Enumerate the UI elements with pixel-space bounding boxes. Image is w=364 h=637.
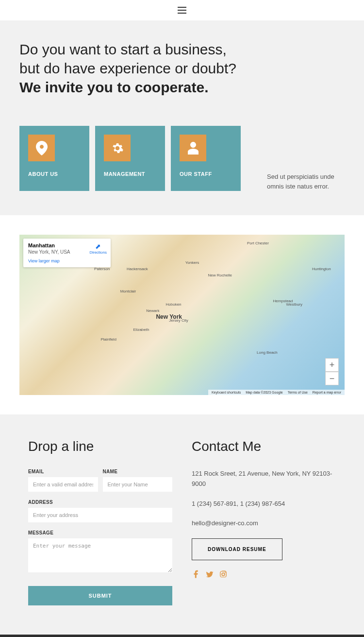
- map-place-label: Paterson: [94, 267, 110, 271]
- social-row: [192, 570, 336, 579]
- map-place-label: Port Chester: [247, 241, 269, 245]
- contact-phones: 1 (234) 567-891, 1 (234) 987-654: [192, 499, 336, 509]
- hamburger-menu-icon[interactable]: [178, 7, 186, 14]
- hero-line3: We invite you to cooperate.: [19, 79, 209, 95]
- download-resume-button[interactable]: DOWNLOAD RESUME: [192, 538, 282, 560]
- map-place-label: Hoboken: [166, 302, 182, 307]
- email-field[interactable]: [28, 477, 98, 492]
- map-terms[interactable]: Terms of Use: [286, 391, 309, 394]
- cards-row: ABOUT US MANAGEMENT OUR STAFF Sed ut per…: [19, 126, 345, 191]
- pin-icon: [28, 135, 55, 161]
- card-management[interactable]: MANAGEMENT: [95, 126, 165, 191]
- map-section: YonkersPatersonHackensackNew RochelleNew…: [0, 215, 364, 414]
- map-place-label: Huntington: [312, 267, 331, 271]
- email-label: EMAIL: [28, 469, 98, 474]
- side-text: Sed ut perspiciatis unde omnis iste natu…: [267, 126, 345, 191]
- map-center-label: New York: [156, 313, 182, 320]
- map-place-label: Montclair: [120, 289, 136, 293]
- zoom-in-button[interactable]: +: [325, 358, 339, 372]
- directions-label: Directions: [89, 250, 107, 255]
- map-directions[interactable]: ⬈ Directions: [89, 242, 107, 255]
- map-shortcuts[interactable]: Keyboard shortcuts: [210, 391, 242, 394]
- facebook-icon[interactable]: [192, 570, 200, 579]
- card-about-us[interactable]: ABOUT US: [19, 126, 89, 191]
- card-label: MANAGEMENT: [104, 171, 156, 177]
- zoom-out-button[interactable]: −: [325, 372, 339, 385]
- map-place-label: Elizabeth: [133, 327, 149, 332]
- twitter-icon[interactable]: [205, 570, 214, 579]
- map-place-label: Plainfield: [101, 337, 116, 342]
- contact-section: Drop a line EMAIL NAME ADDRESS MESSAGE S…: [0, 414, 364, 635]
- map-footer: Keyboard shortcuts Map data ©2023 Google…: [208, 390, 345, 395]
- header: [0, 0, 364, 20]
- person-icon: [180, 135, 206, 161]
- name-label: NAME: [103, 469, 173, 474]
- map-info-box: Manhattan New York, NY, USA View larger …: [23, 239, 111, 267]
- card-label: ABOUT US: [28, 171, 81, 177]
- form-title: Drop a line: [28, 439, 172, 454]
- card-label: OUR STAFF: [180, 171, 232, 177]
- map-place-label: Hackensack: [127, 267, 148, 271]
- map-data: Map data ©2023 Google: [244, 391, 284, 394]
- hero-title: Do you want to start a business, but do …: [19, 40, 345, 97]
- contact-title: Contact Me: [192, 439, 336, 454]
- name-field[interactable]: [103, 477, 173, 492]
- map-place-label: Newark: [146, 309, 159, 313]
- submit-button[interactable]: SUBMIT: [28, 586, 172, 605]
- hero-line2: but do have experience or doubt?: [19, 60, 236, 76]
- footer: Sample text. Click to select the Text El…: [0, 635, 364, 637]
- hero-section: Do you want to start a business, but do …: [0, 20, 364, 215]
- map-report[interactable]: Report a map error: [311, 391, 343, 394]
- gear-icon: [104, 135, 131, 161]
- contact-email: hello@designer-co.com: [192, 518, 336, 529]
- map-zoom-controls: + −: [325, 358, 339, 385]
- instagram-icon[interactable]: [219, 570, 228, 579]
- address-label: ADDRESS: [28, 499, 172, 505]
- map-place-label: Yonkers: [185, 260, 199, 265]
- address-field[interactable]: [28, 508, 172, 522]
- map-place-label: Long Beach: [257, 350, 278, 355]
- map-place-label: New Rochelle: [208, 273, 232, 277]
- card-our-staff[interactable]: OUR STAFF: [171, 126, 241, 191]
- contact-info-column: Contact Me 121 Rock Sreet, 21 Avenue, Ne…: [192, 439, 336, 605]
- message-label: MESSAGE: [28, 530, 172, 535]
- map-larger-link[interactable]: View larger map: [28, 258, 106, 263]
- form-column: Drop a line EMAIL NAME ADDRESS MESSAGE S…: [28, 439, 172, 605]
- directions-icon: ⬈: [89, 242, 107, 250]
- contact-address: 121 Rock Sreet, 21 Avenue, New York, NY …: [192, 469, 336, 489]
- message-field[interactable]: [28, 538, 172, 572]
- map-place-label: Westbury: [286, 302, 302, 307]
- hero-line1: Do you want to start a business,: [19, 41, 227, 57]
- map[interactable]: YonkersPatersonHackensackNew RochelleNew…: [19, 235, 345, 395]
